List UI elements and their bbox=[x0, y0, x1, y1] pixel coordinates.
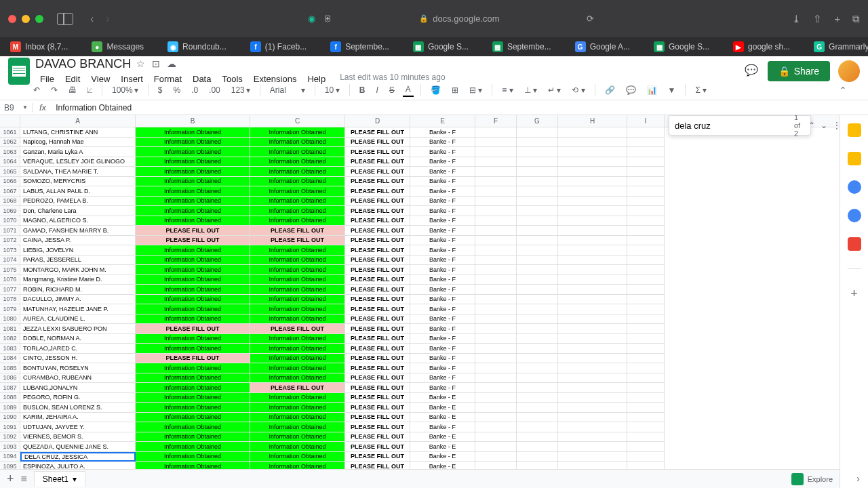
cell[interactable]: Banke - F bbox=[410, 206, 475, 216]
row-header[interactable]: 1071 bbox=[0, 226, 20, 236]
cell[interactable]: Information Obtained bbox=[250, 186, 345, 197]
find-input[interactable] bbox=[675, 121, 789, 131]
cell[interactable]: Information Obtained bbox=[250, 216, 345, 226]
row-header[interactable]: 1078 bbox=[0, 295, 20, 305]
row-header[interactable]: 1062 bbox=[0, 138, 20, 148]
row-header[interactable]: 1094 bbox=[0, 452, 20, 462]
cell[interactable]: Banke - F bbox=[410, 157, 475, 167]
cell[interactable]: GAMAD, FANSHEN MARRY B. bbox=[20, 226, 136, 236]
cell[interactable]: Banke - E bbox=[410, 442, 475, 452]
cell[interactable] bbox=[558, 383, 627, 393]
cell[interactable]: PLEASE FILL OUT bbox=[345, 413, 410, 423]
cell[interactable] bbox=[517, 127, 558, 138]
cell[interactable] bbox=[475, 432, 517, 443]
h-align-button[interactable]: ≡ ▾ bbox=[499, 84, 515, 96]
cell[interactable] bbox=[627, 304, 665, 314]
move-icon[interactable]: ⊡ bbox=[152, 58, 160, 69]
cell[interactable]: Information Obtained bbox=[136, 383, 250, 393]
cell[interactable]: Information Obtained bbox=[250, 354, 345, 364]
cell[interactable]: Information Obtained bbox=[136, 422, 250, 432]
cell[interactable] bbox=[475, 403, 517, 413]
row-header[interactable]: 1091 bbox=[0, 422, 20, 432]
cell[interactable]: Information Obtained bbox=[136, 285, 250, 295]
cell[interactable]: Information Obtained bbox=[250, 373, 345, 384]
cell[interactable] bbox=[475, 413, 517, 423]
new-tab-icon[interactable]: + bbox=[834, 13, 840, 25]
cell[interactable]: Information Obtained bbox=[136, 393, 250, 403]
cell[interactable]: PLEASE FILL OUT bbox=[345, 206, 410, 216]
cell[interactable] bbox=[517, 373, 558, 384]
cell[interactable] bbox=[517, 236, 558, 246]
cell[interactable]: Banke - F bbox=[410, 314, 475, 325]
cell[interactable]: Information Obtained bbox=[136, 186, 250, 197]
cell[interactable]: Information Obtained bbox=[250, 452, 345, 462]
cell[interactable]: Information Obtained bbox=[250, 285, 345, 295]
comment-button[interactable]: 💬 bbox=[623, 84, 639, 96]
cell[interactable] bbox=[558, 363, 627, 373]
contacts-icon[interactable] bbox=[848, 209, 861, 222]
cell[interactable] bbox=[627, 206, 665, 216]
print-button[interactable]: 🖶 bbox=[66, 84, 79, 96]
cell[interactable]: Banke - F bbox=[410, 127, 475, 138]
cell[interactable] bbox=[558, 442, 627, 452]
cell[interactable] bbox=[558, 177, 627, 187]
cell[interactable]: Information Obtained bbox=[250, 344, 345, 354]
percent-button[interactable]: % bbox=[170, 84, 183, 96]
collapse-toolbar-button[interactable]: ⌃ bbox=[840, 85, 846, 95]
link-button[interactable]: 🔗 bbox=[602, 84, 618, 96]
cell[interactable]: PLEASE FILL OUT bbox=[250, 324, 345, 334]
cell[interactable]: Information Obtained bbox=[250, 422, 345, 432]
row-header[interactable]: 1074 bbox=[0, 256, 20, 266]
cell[interactable]: Banke - F bbox=[410, 197, 475, 207]
cell[interactable]: PLEASE FILL OUT bbox=[345, 422, 410, 432]
cell[interactable]: Banke - F bbox=[410, 324, 475, 334]
cell[interactable]: Information Obtained bbox=[250, 442, 345, 452]
borders-button[interactable]: ⊞ bbox=[449, 84, 461, 96]
cell[interactable]: Banke - F bbox=[410, 363, 475, 373]
cell[interactable]: MATUNHAY, HAZELIE JANE P. bbox=[20, 304, 136, 314]
cell[interactable] bbox=[627, 216, 665, 226]
cell[interactable]: CINTO, JESSON H. bbox=[20, 354, 136, 364]
font-select[interactable]: Arial ▾ bbox=[267, 84, 308, 96]
cell[interactable]: PLEASE FILL OUT bbox=[345, 452, 410, 462]
row-header[interactable]: 1072 bbox=[0, 236, 20, 246]
cell[interactable]: PLEASE FILL OUT bbox=[345, 393, 410, 403]
cell[interactable] bbox=[475, 334, 517, 344]
font-size-select[interactable]: 10 ▾ bbox=[322, 84, 342, 96]
cell[interactable]: Information Obtained bbox=[250, 413, 345, 423]
cell[interactable] bbox=[517, 403, 558, 413]
rotate-button[interactable]: ⟲ ▾ bbox=[569, 84, 587, 96]
cell[interactable] bbox=[627, 334, 665, 344]
row-header[interactable]: 1092 bbox=[0, 432, 20, 443]
cell[interactable]: UDTUJAN, JAYVEE Y. bbox=[20, 422, 136, 432]
cell[interactable] bbox=[558, 245, 627, 256]
cell[interactable] bbox=[517, 354, 558, 364]
cell[interactable] bbox=[558, 304, 627, 314]
cell[interactable] bbox=[558, 334, 627, 344]
undo-button[interactable]: ↶ bbox=[31, 84, 43, 96]
cell[interactable]: CURAMBAO, RUBEANN bbox=[20, 373, 136, 384]
row-header[interactable]: 1067 bbox=[0, 186, 20, 197]
row-header[interactable]: 1080 bbox=[0, 314, 20, 325]
cell[interactable] bbox=[627, 167, 665, 177]
cell[interactable]: Information Obtained bbox=[250, 127, 345, 138]
comments-icon[interactable]: 💬 bbox=[745, 64, 760, 79]
cell[interactable]: PLEASE FILL OUT bbox=[345, 226, 410, 236]
collapse-side-panel-button[interactable]: › bbox=[856, 473, 860, 484]
name-box[interactable]: B9▼ bbox=[0, 103, 33, 113]
minimize-window[interactable] bbox=[22, 15, 30, 23]
cell[interactable] bbox=[558, 344, 627, 354]
cell[interactable]: LIEBIG, JOVELYN bbox=[20, 245, 136, 256]
row-header[interactable]: 1061 bbox=[0, 127, 20, 138]
col-header-h[interactable]: H bbox=[558, 115, 627, 127]
cell[interactable] bbox=[475, 393, 517, 403]
col-header-d[interactable]: D bbox=[345, 115, 410, 127]
cell[interactable]: PLEASE FILL OUT bbox=[345, 147, 410, 157]
cell[interactable]: PLEASE FILL OUT bbox=[345, 383, 410, 393]
cell[interactable] bbox=[475, 442, 517, 452]
add-addon-button[interactable]: + bbox=[850, 287, 858, 301]
cell[interactable] bbox=[475, 236, 517, 246]
cell[interactable]: Information Obtained bbox=[136, 147, 250, 157]
cell[interactable]: Information Obtained bbox=[136, 197, 250, 207]
cell[interactable]: PLEASE FILL OUT bbox=[345, 373, 410, 384]
